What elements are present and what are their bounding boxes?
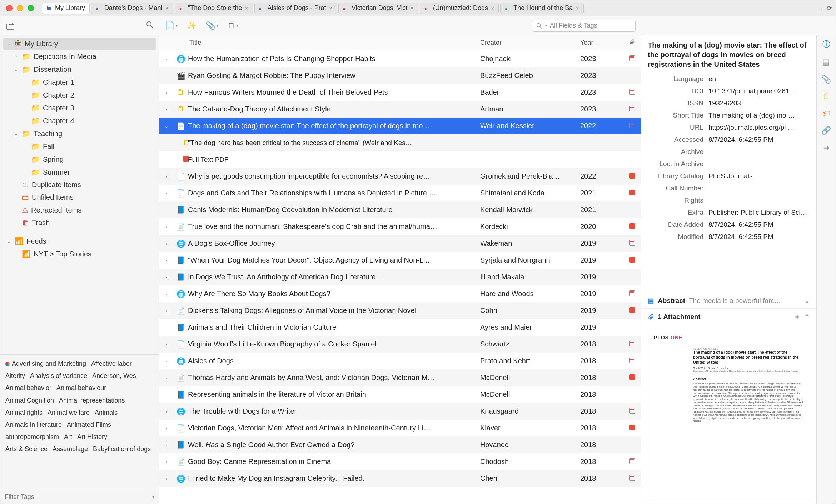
twisty-icon[interactable]: › [159, 291, 174, 297]
new-item-button[interactable]: 📄▾ [165, 21, 178, 30]
twisty-icon[interactable]: ⌄ [13, 131, 19, 136]
twisty-icon[interactable]: › [159, 274, 174, 280]
item-row[interactable]: ›🌐The Trouble with Dogs for a WriterKnau… [159, 403, 641, 420]
tab[interactable]: ▪"The Dog Stole the× [175, 3, 253, 14]
metadata-row[interactable]: Call Number [648, 182, 810, 194]
tab-close-icon[interactable]: × [329, 5, 332, 11]
tag[interactable]: Anderson, Wes [92, 370, 136, 382]
tab[interactable]: ▪(Un)muzzled: Dogs× [420, 3, 499, 14]
related-tab-icon[interactable]: 🔗 [821, 126, 831, 135]
tree-item[interactable]: 📁Summer [3, 166, 156, 179]
item-row[interactable]: 📘Canis Modernis: Human/Dog Coevolution i… [159, 201, 641, 218]
tabs-overflow-button[interactable]: ⌄ [819, 5, 823, 11]
metadata-row[interactable]: Languageen [648, 73, 810, 85]
tab-close-icon[interactable]: × [576, 5, 579, 11]
twisty-icon[interactable]: › [159, 174, 174, 179]
twisty-icon[interactable]: › [159, 241, 174, 246]
col-year[interactable]: Year⌄ [580, 39, 623, 46]
twisty-icon[interactable]: › [159, 106, 174, 112]
tree-item[interactable]: 🗑Trash [3, 216, 156, 229]
twisty-icon[interactable]: › [159, 358, 174, 364]
twisty-icon[interactable]: › [159, 409, 174, 414]
abstract-row[interactable]: ▤ Abstract The media is a powerful forc…… [641, 293, 816, 308]
tags-tab-icon[interactable]: 🏷 [822, 109, 830, 118]
notes-tab-icon[interactable]: 🗒 [822, 92, 830, 101]
collection-search-button[interactable] [146, 21, 154, 30]
tag[interactable]: Art History [77, 431, 107, 443]
info-tab-icon[interactable]: ⓘ [822, 39, 830, 50]
minimize-window-button[interactable] [17, 5, 23, 11]
tag[interactable]: Assemblage [53, 443, 88, 455]
tag[interactable]: Art [64, 431, 72, 443]
tab[interactable]: ▪Aisles of Dogs - Prat× [254, 3, 337, 14]
col-creator[interactable]: Creator [480, 39, 580, 46]
metadata-row[interactable]: Modified8/7/2024, 6:42:55 PM [648, 231, 810, 243]
tag[interactable]: Animal behaviour [56, 382, 106, 394]
tree-item[interactable]: ⌄📁Teaching [3, 127, 156, 140]
tab[interactable]: ▪Victorian Dogs, Vict× [338, 3, 418, 14]
tree-item[interactable]: ⌄🏛My Library [3, 38, 156, 50]
item-row[interactable]: ›🌐Why Are There So Many Books About Dogs… [159, 285, 641, 302]
twisty-icon[interactable]: › [159, 190, 174, 196]
tree-item[interactable]: 📁Chapter 2 [3, 89, 156, 101]
item-row[interactable]: ›📄Dickens's Talking Dogs: Allegories of … [159, 302, 641, 319]
metadata-row[interactable]: Short TitleThe making of a (dog) mo … [648, 109, 810, 121]
item-row[interactable]: Full Text PDF [159, 151, 641, 168]
twisty-icon[interactable]: › [159, 375, 174, 381]
tab[interactable]: ▪The Hound of the Ba× [500, 3, 583, 14]
col-attachment[interactable] [623, 39, 641, 46]
tags-pane[interactable]: Advertising and MarketingAffective labor… [0, 354, 159, 490]
metadata-row[interactable]: Accessed8/7/2024, 6:42:55 PM [648, 134, 810, 146]
item-row[interactable]: ›🌐I Tried to Make My Dog an Instagram Ce… [159, 470, 641, 487]
tag[interactable]: Advertising and Marketing [5, 358, 86, 370]
tag[interactable]: Animal rights [5, 406, 43, 419]
tab-close-icon[interactable]: × [491, 5, 494, 11]
tree-item[interactable]: 📁Chapter 3 [3, 101, 156, 114]
tag[interactable]: Arts & Science [5, 443, 48, 455]
attachment-preview[interactable]: PLOS ONE RESEARCH ARTICLE The making of … [641, 325, 816, 504]
tree-item[interactable]: ⚠Retracted Items [3, 204, 156, 216]
item-row[interactable]: ›📘Well, Has a Single Good Author Ever Ow… [159, 436, 641, 453]
item-row[interactable]: ›📄Virginia Woolf's Little-Known Biograph… [159, 336, 641, 353]
item-row[interactable]: ›📄Victorian Dogs, Victorian Men: Affect … [159, 420, 641, 436]
tag[interactable]: Affective labor [91, 358, 132, 370]
twisty-icon[interactable]: › [159, 341, 174, 347]
tree-item[interactable]: 🗃Unfiled Items [3, 191, 156, 204]
twisty-icon[interactable]: › [159, 425, 174, 431]
items-list[interactable]: ›🌐How the Humanization of Pets Is Changi… [159, 50, 641, 504]
twisty-icon[interactable]: › [159, 56, 174, 62]
item-row[interactable]: 🎬Ryan Gosling & Margot Robbie: The Puppy… [159, 67, 641, 84]
tree-item[interactable]: 📁Fall [3, 140, 156, 153]
tag[interactable]: Animals [95, 406, 118, 419]
tab-close-icon[interactable]: × [165, 5, 169, 11]
twisty-icon[interactable]: › [159, 476, 174, 481]
item-row[interactable]: ›📄Good Boy: Canine Representation in Cin… [159, 453, 641, 470]
collections-tree[interactable]: ⌄🏛My Library›📁Depictions In Media⌄📁Disse… [0, 35, 159, 354]
sync-button[interactable]: ⟳ [827, 4, 832, 12]
metadata-row[interactable]: Library CatalogPLoS Journals [648, 170, 810, 182]
twisty-icon[interactable]: › [159, 258, 174, 263]
twisty-icon[interactable]: › [159, 308, 174, 314]
item-row[interactable]: ›📘In Dogs We Trust: An Anthology of Amer… [159, 269, 641, 285]
tree-item[interactable]: 📁Chapter 4 [3, 114, 156, 127]
item-row[interactable]: ›📄Dogs and Cats and Their Relationships … [159, 185, 641, 201]
item-row[interactable]: ›🌐How the Humanization of Pets Is Changi… [159, 50, 641, 67]
attachments-row[interactable]: 1 Attachment ＋ ⌃ [641, 308, 816, 325]
tree-item[interactable]: 📁Chapter 1 [3, 76, 156, 89]
item-row[interactable]: ⌄📄The making of a (dog) movie star: The … [159, 118, 641, 134]
tree-item[interactable]: ⌄📶Feeds [3, 235, 156, 248]
tag[interactable]: Animal representations [59, 394, 125, 406]
close-window-button[interactable] [6, 5, 13, 11]
metadata-row[interactable]: Loc. in Archive [648, 158, 810, 170]
abstract-tab-icon[interactable]: ▤ [822, 58, 830, 67]
twisty-icon[interactable]: ⌄ [6, 238, 12, 244]
twisty-icon[interactable]: › [159, 224, 174, 230]
metadata-row[interactable]: Rights [648, 194, 810, 206]
tag[interactable]: Babyfication of dogs [93, 443, 151, 455]
metadata-row[interactable]: DOI10.1371/journal.pone.0261 … [648, 85, 810, 97]
tab[interactable]: 🏛My Library [42, 3, 90, 14]
tab-close-icon[interactable]: × [410, 5, 414, 11]
twisty-icon[interactable]: ⌄ [6, 41, 12, 47]
item-row[interactable]: ›📘"When Your Dog Matches Your Decor": Ob… [159, 252, 641, 269]
item-row[interactable]: 📘Animals and Their Children in Victorian… [159, 319, 641, 336]
